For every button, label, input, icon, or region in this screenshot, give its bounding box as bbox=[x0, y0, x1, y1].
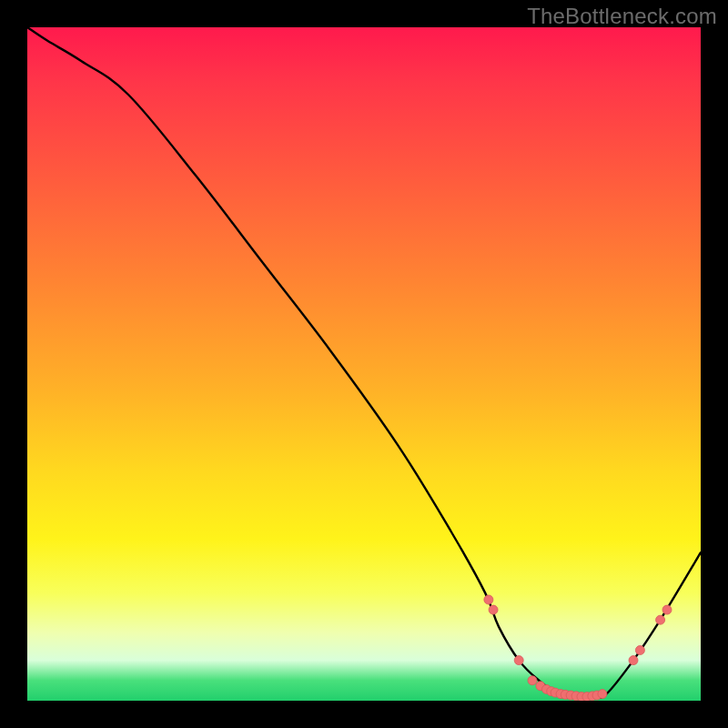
highlight-dot bbox=[656, 615, 665, 624]
highlight-dot bbox=[598, 690, 607, 699]
highlight-dots-group bbox=[484, 595, 672, 701]
highlight-dot bbox=[489, 605, 498, 614]
watermark-text: TheBottleneck.com bbox=[527, 4, 717, 29]
highlight-dot bbox=[484, 595, 493, 604]
chart-svg bbox=[27, 27, 701, 701]
plot-area bbox=[27, 27, 701, 701]
highlight-dot bbox=[629, 656, 638, 665]
highlight-dot bbox=[635, 646, 644, 655]
highlight-dot bbox=[662, 605, 672, 614]
bottleneck-curve-line bbox=[27, 27, 701, 698]
chart-frame: TheBottleneck.com bbox=[0, 0, 728, 728]
highlight-dot bbox=[528, 676, 537, 685]
highlight-dot bbox=[514, 656, 523, 665]
